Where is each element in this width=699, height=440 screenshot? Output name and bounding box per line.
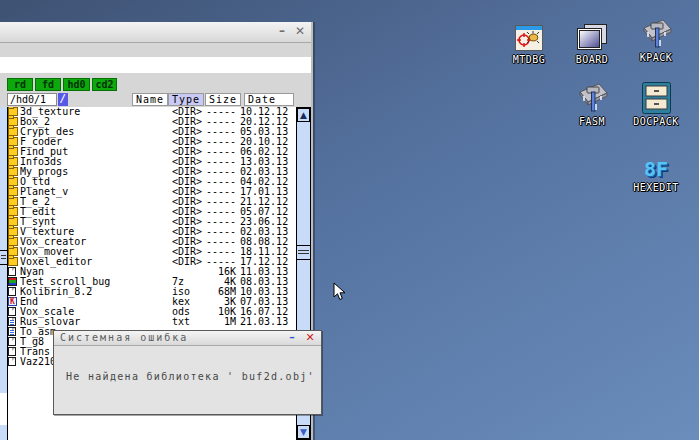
folder-icon bbox=[8, 257, 18, 266]
drive-button-hd0[interactable]: hd0 bbox=[63, 78, 90, 91]
minimize-button[interactable]: – bbox=[275, 24, 289, 39]
file-icon bbox=[8, 287, 16, 296]
scrollbar-thumb[interactable] bbox=[0, 250, 7, 265]
file-icon bbox=[8, 337, 16, 346]
scroll-up-icon[interactable]: ▲ bbox=[297, 108, 310, 122]
kolibri-icon bbox=[8, 297, 17, 306]
desktop-icon-mtdbg[interactable]: MTDBG bbox=[497, 20, 561, 66]
mouse-cursor bbox=[333, 282, 346, 305]
scrollbar-thumb[interactable] bbox=[297, 245, 310, 260]
window-title-bar[interactable]: – ✕ bbox=[0, 22, 311, 43]
desktop: MTDBG BOARD KPACK bbox=[0, 0, 699, 440]
desktop-icon-label: KPACK bbox=[624, 52, 688, 64]
toolbar-band bbox=[0, 43, 311, 57]
desktop-icon-label: MTDBG bbox=[497, 54, 561, 66]
archive-icon bbox=[8, 277, 17, 286]
desktop-icon-label: FASM bbox=[560, 116, 624, 128]
left-scrollbar[interactable] bbox=[0, 107, 8, 440]
path-row: /hd0/1 / NameTypeSizeDate bbox=[0, 93, 311, 106]
file-size: 1M bbox=[196, 317, 236, 327]
mtdbg-icon bbox=[497, 20, 561, 52]
scrollbar-track[interactable] bbox=[0, 107, 7, 250]
board-icon bbox=[560, 20, 624, 52]
desktop-icon-kpack[interactable]: KPACK bbox=[624, 18, 688, 64]
dialog-close-icon[interactable]: ✕ bbox=[303, 331, 317, 344]
menu-band bbox=[0, 57, 311, 73]
text-icon bbox=[8, 327, 16, 336]
desktop-icon-label: HEXEDIT bbox=[624, 182, 688, 194]
drive-button-fd[interactable]: fd bbox=[35, 78, 61, 91]
file-icon bbox=[8, 357, 16, 366]
column-header-date[interactable]: Date bbox=[244, 93, 294, 106]
error-message: Не найдена библиотека ' buf2d.obj' bbox=[66, 371, 315, 383]
desktop-icon-hexedit[interactable]: 8F HEXEDIT bbox=[624, 148, 688, 194]
scroll-down-icon[interactable]: ▼ bbox=[297, 425, 310, 439]
dialog-title-bar[interactable]: Системная ошибка – ✕ bbox=[54, 331, 321, 346]
column-header-name[interactable]: Name bbox=[132, 93, 168, 106]
drive-button-row: rdfdhd0cd2 bbox=[0, 78, 311, 91]
file-date: 21.03.13 bbox=[240, 317, 288, 327]
root-slash-button[interactable]: / bbox=[58, 93, 68, 106]
file-type: txt bbox=[172, 317, 190, 327]
desktop-icon-label: BOARD bbox=[560, 54, 624, 66]
desktop-icon-label: DOCPACK bbox=[624, 116, 688, 128]
column-header-size[interactable]: Size bbox=[205, 93, 241, 106]
file-name: Vaz210 bbox=[20, 357, 56, 367]
file-icon bbox=[8, 347, 16, 356]
cabinet-icon bbox=[624, 82, 688, 114]
hammer-icon bbox=[560, 82, 624, 114]
file-icon bbox=[8, 267, 16, 276]
error-dialog: Системная ошибка – ✕ Не найдена библиоте… bbox=[53, 330, 322, 415]
text-icon bbox=[8, 317, 16, 326]
dialog-title: Системная ошибка bbox=[60, 332, 188, 344]
desktop-icon-fasm[interactable]: FASM bbox=[560, 82, 624, 128]
dialog-minimize-button[interactable]: – bbox=[285, 331, 299, 344]
file-icon bbox=[8, 307, 16, 316]
desktop-icon-docpack[interactable]: DOCPACK bbox=[624, 82, 688, 128]
close-icon[interactable]: ✕ bbox=[293, 24, 307, 39]
drive-button-cd2[interactable]: cd2 bbox=[92, 78, 117, 91]
column-header-type[interactable]: Type bbox=[168, 93, 204, 106]
scrollbar-track[interactable] bbox=[0, 265, 7, 393]
drive-button-rd[interactable]: rd bbox=[7, 78, 33, 91]
hexedit-8f-icon: 8F bbox=[644, 158, 668, 180]
path-input[interactable]: /hd0/1 bbox=[7, 93, 57, 106]
hammer-icon bbox=[624, 18, 688, 50]
desktop-icon-board[interactable]: BOARD bbox=[560, 20, 624, 66]
scrollbar-track[interactable] bbox=[0, 425, 7, 440]
